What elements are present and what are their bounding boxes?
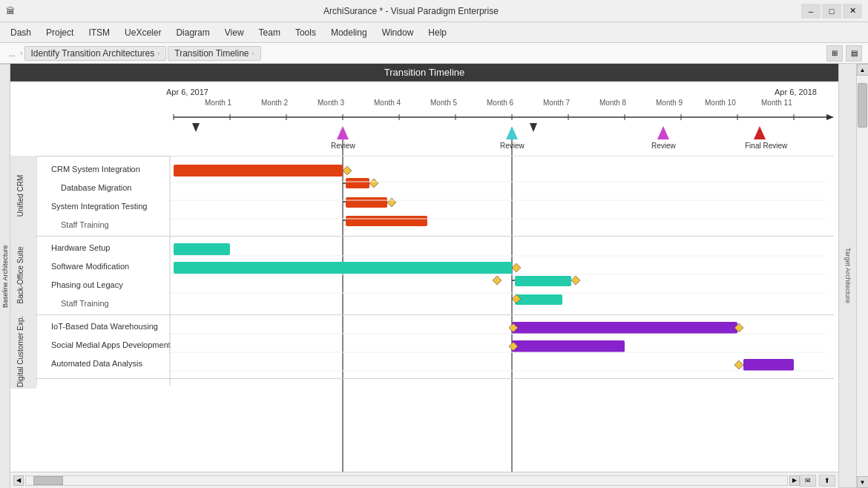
svg-rect-35	[10, 314, 834, 315]
svg-text:Month 6: Month 6	[487, 99, 514, 107]
menu-view[interactable]: View	[217, 24, 251, 41]
task-sit-diamond	[387, 198, 396, 207]
close-button[interactable]: ✕	[843, 4, 862, 19]
menu-bar: Dash Project ITSM UeXceler Diagram View …	[0, 22, 868, 43]
main-content: Baseline Architecture Transition Timelin…	[0, 64, 868, 488]
task-pol-label: Phasing out Legacy	[51, 280, 123, 289]
task-sw-label: Software Modification	[51, 262, 129, 271]
breadcrumb-bar: ... › Identify Transition Architectures …	[0, 43, 868, 64]
review3-marker	[657, 126, 669, 139]
month6-down-arrow	[530, 123, 537, 132]
svg-text:Month 4: Month 4	[374, 99, 401, 107]
final-review-marker	[754, 126, 766, 139]
group1-label: Unified CRM	[16, 175, 24, 217]
v-scroll-down[interactable]: ▼	[857, 476, 869, 488]
task-crm-diamond	[343, 166, 352, 175]
bottom-bar: ◀ ▶ ✉ ⬆	[10, 472, 838, 488]
v-scrollbar: ▲ ▼	[856, 64, 868, 488]
gantt-container: Transition Timeline Apr 6, 2017 Apr 6, 2…	[10, 64, 838, 488]
task-hw-bar	[174, 243, 230, 255]
review1-marker	[337, 126, 349, 139]
group2-label: Back-Office Suite	[16, 246, 24, 304]
svg-text:Month 5: Month 5	[430, 99, 458, 107]
v-scrollbar-track	[857, 76, 868, 476]
task-sw-diamond	[512, 263, 521, 272]
task-social-label: Social Medial Apps Development	[51, 340, 171, 349]
svg-text:Month 11: Month 11	[761, 99, 792, 107]
svg-text:Month 10: Month 10	[705, 99, 736, 107]
svg-text:Month 8: Month 8	[599, 99, 627, 107]
h-scroll-right[interactable]: ▶	[789, 475, 800, 486]
svg-text:Month 7: Month 7	[543, 99, 571, 107]
menu-uexceler[interactable]: UeXceler	[117, 24, 168, 41]
svg-text:Month 3: Month 3	[318, 99, 345, 107]
task-iot-label: IoT-Based Data Warehousing	[51, 322, 158, 331]
final-review-label: Final Review	[745, 142, 788, 150]
menu-dash[interactable]: Dash	[3, 24, 39, 41]
svg-text:Month 9: Month 9	[656, 99, 683, 107]
task-pol-end-diamond	[571, 276, 580, 285]
svg-text:Month 1: Month 1	[205, 99, 232, 107]
view-icon[interactable]: ▤	[846, 45, 862, 62]
start-date-label: Apr 6, 2017	[166, 88, 208, 96]
task-ada-bar	[743, 359, 794, 371]
task-social-bar	[512, 340, 625, 352]
svg-marker-12	[826, 114, 834, 120]
menu-window[interactable]: Window	[375, 24, 421, 41]
breadcrumb-dots[interactable]: ...	[6, 49, 19, 58]
task-db-diamond	[369, 179, 378, 188]
review1-label: Review	[331, 142, 356, 150]
review3-label: Review	[651, 142, 677, 150]
window-title: ArchiSurance * - Visual Paradigm Enterpr…	[21, 6, 801, 16]
h-scroll-left[interactable]: ◀	[13, 475, 24, 486]
breadcrumb-timeline[interactable]: Transition Timeline ›	[168, 46, 260, 61]
left-labels: Baseline Architecture	[0, 64, 10, 488]
task-iot-bar	[512, 322, 737, 334]
review2-marker	[506, 126, 518, 139]
review2-label: Review	[500, 142, 525, 150]
structure-icon[interactable]: ⊞	[826, 45, 843, 62]
menu-modeling[interactable]: Modeling	[323, 24, 375, 41]
menu-tools[interactable]: Tools	[288, 24, 323, 41]
menu-team[interactable]: Team	[251, 24, 288, 41]
task-db-bar	[346, 178, 369, 188]
svg-rect-32	[10, 236, 834, 237]
breadcrumb-tools: ⊞ ▤	[826, 45, 862, 62]
task-st1-bar	[346, 216, 427, 226]
task-crm-bar	[174, 165, 343, 177]
v-scrollbar-thumb[interactable]	[858, 83, 867, 128]
svg-rect-28	[170, 156, 834, 156]
target-label: Target Architecture	[839, 64, 856, 488]
export-icon[interactable]: ⬆	[819, 475, 835, 487]
right-labels: Target Architecture	[838, 64, 856, 488]
task-crm-label: CRM System Integration	[51, 165, 140, 174]
h-scrollbar[interactable]	[25, 475, 788, 486]
maximize-button[interactable]: □	[822, 4, 841, 19]
task-st2-bar	[515, 294, 562, 305]
end-date-label: Apr 6, 2018	[775, 88, 817, 96]
task-sw-bar	[174, 262, 512, 274]
menu-diagram[interactable]: Diagram	[168, 24, 217, 41]
task-sit-bar	[346, 197, 387, 208]
menu-help[interactable]: Help	[421, 24, 454, 41]
breadcrumb-identify[interactable]: Identify Transition Architectures ›	[24, 46, 167, 61]
task-pol-bar	[515, 276, 571, 286]
task-sit-label: System Integration Testing	[51, 202, 147, 211]
window-controls[interactable]: – □ ✕	[801, 4, 862, 19]
v-scroll-up[interactable]: ▲	[857, 64, 869, 76]
mail-icon[interactable]: ✉	[800, 475, 816, 487]
h-scrollbar-thumb	[33, 476, 63, 485]
task-pol-start-diamond	[493, 276, 502, 285]
task-hw-label: Hardware Setup	[51, 243, 111, 252]
baseline-label: Baseline Architecture	[0, 64, 10, 488]
menu-project[interactable]: Project	[39, 24, 81, 41]
menu-itsm[interactable]: ITSM	[81, 24, 117, 41]
task-st2-label: Staff Training	[61, 299, 109, 308]
svg-text:Month 2: Month 2	[261, 99, 289, 107]
task-db-label: Database Migration	[61, 183, 131, 192]
group3-label: Digital Customer Exp.	[16, 316, 24, 388]
task-ada-label: Automated Data Analysis	[51, 359, 142, 368]
task-st1-label: Staff Training	[61, 220, 109, 229]
minimize-button[interactable]: –	[801, 4, 821, 19]
gantt-svg: Apr 6, 2017 Apr 6, 2018 Month 1 Month 2 …	[10, 82, 834, 472]
